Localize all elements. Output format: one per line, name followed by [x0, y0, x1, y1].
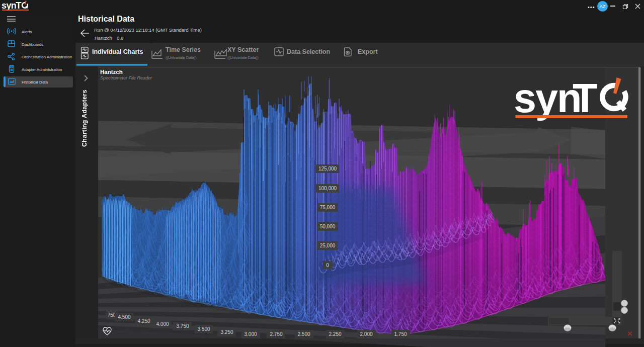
svg-text:3.000: 3.000: [244, 331, 257, 337]
svg-text:4.250: 4.250: [137, 318, 150, 324]
svg-text:2.000: 2.000: [360, 331, 372, 337]
svg-text:Individual Charts: Individual Charts: [92, 48, 143, 55]
svg-text:0: 0: [326, 263, 329, 268]
svg-text:1.750: 1.750: [394, 331, 407, 337]
svg-text:2.500: 2.500: [297, 331, 310, 337]
svg-text:3.750: 3.750: [176, 323, 189, 329]
svg-text:T: T: [16, 1, 22, 11]
svg-text:syn: syn: [2, 1, 16, 11]
svg-text:((Univariate Data)): ((Univariate Data)): [227, 55, 259, 60]
svg-text:4.500: 4.500: [118, 314, 130, 320]
svg-text:2.750: 2.750: [270, 331, 282, 337]
svg-text:3.250: 3.250: [220, 329, 233, 335]
svg-text:50,000: 50,000: [320, 224, 336, 229]
svg-text:Time Series: Time Series: [166, 46, 201, 53]
svg-text:T: T: [573, 75, 597, 121]
svg-text:2.250: 2.250: [329, 331, 341, 337]
svg-text:syn: syn: [514, 75, 581, 121]
svg-text:125,000: 125,000: [318, 166, 337, 171]
svg-text:3.500: 3.500: [197, 326, 210, 332]
svg-text:((Univariate Data)): ((Univariate Data)): [166, 55, 197, 60]
svg-text:Data Selection: Data Selection: [287, 48, 330, 55]
svg-text:4.000: 4.000: [156, 321, 169, 327]
svg-text:XY Scatter: XY Scatter: [227, 46, 259, 53]
svg-text:75,000: 75,000: [320, 205, 336, 210]
svg-text:Export: Export: [358, 48, 378, 55]
svg-text:100,000: 100,000: [318, 186, 337, 191]
svg-text:25,000: 25,000: [320, 243, 336, 248]
